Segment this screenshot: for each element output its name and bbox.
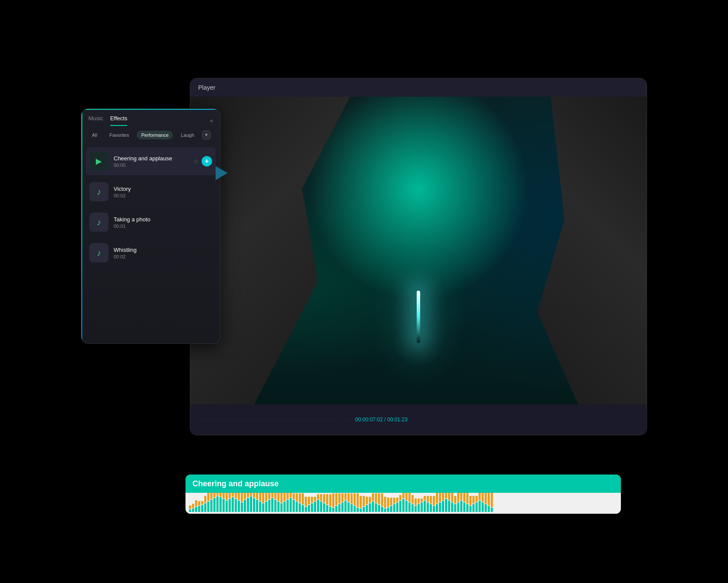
waveform-column (418, 495, 420, 512)
waveform-bar-teal (235, 499, 237, 512)
sound-item-cheering[interactable]: ▶ Cheering and applause 00:05 ☆ + (86, 147, 216, 175)
sound-item-photo[interactable]: ♪ Taking a photo 00:01 (86, 208, 216, 236)
waveform-bar-orange (372, 493, 374, 501)
waveform-column (360, 495, 362, 512)
waveform-bar-orange (232, 493, 234, 497)
waveform-bar-orange (250, 493, 252, 496)
waveform-bar-teal (445, 499, 447, 512)
waveform-bar-teal (198, 506, 200, 512)
waveform-bar-orange (430, 496, 432, 504)
waveform-bar-teal (460, 501, 462, 512)
waveform-column (311, 495, 313, 512)
waveform-column (314, 495, 316, 512)
waveform-bar-teal (421, 502, 423, 512)
waveform-bar-orange (421, 498, 423, 502)
waveform-column (290, 495, 292, 512)
waveform-bar-teal (347, 502, 350, 512)
waveform-bar-teal (335, 506, 337, 512)
panel-border-left (81, 109, 82, 343)
waveform-bar-orange (387, 498, 389, 507)
waveform-bar-orange (314, 497, 316, 501)
waveform-column (354, 495, 356, 512)
waveform-column (491, 495, 493, 512)
waveform-bar-orange (302, 493, 304, 505)
filter-laugh[interactable]: Laugh (176, 131, 199, 139)
waveform-column (488, 495, 490, 512)
waveform-bar-orange (283, 493, 286, 501)
waveform-bar-orange (326, 494, 328, 505)
waveform-bar-teal (341, 502, 344, 512)
waveform-column (351, 495, 353, 512)
waveform-bar-orange (271, 493, 273, 498)
filter-dropdown[interactable]: ▾ (202, 130, 211, 139)
waveform-column (460, 495, 462, 512)
waveform-bar-teal (442, 501, 444, 512)
waveform-bar-orange (274, 493, 276, 499)
waveform-bar-teal (232, 497, 234, 512)
waveform-bar-orange (207, 493, 209, 501)
waveform-bar-orange (341, 493, 344, 502)
waveform-bar-teal (390, 506, 392, 512)
waveform-bar-orange (192, 504, 194, 508)
waveform-bar-teal (241, 502, 243, 512)
filter-all[interactable]: All (88, 131, 101, 139)
waveform-bar-teal (396, 502, 398, 512)
tab-effects[interactable]: Effects (110, 115, 128, 126)
tab-music[interactable]: Music (88, 115, 103, 126)
waveform-bar-orange (238, 493, 240, 500)
waveform-bar-orange (262, 493, 264, 503)
waveform-bar-orange (375, 493, 377, 503)
waveform-column (241, 495, 243, 512)
sound-name-whistling: Whistling (114, 247, 212, 253)
waveform-bar-orange (439, 493, 441, 502)
waveform-bar-orange (384, 497, 386, 508)
waveform-bar-teal (357, 508, 359, 512)
star-button-cheering[interactable]: ☆ (193, 158, 199, 165)
waveform-bar-orange (280, 493, 283, 503)
waveform-column (286, 495, 289, 512)
waveform-bar-orange (463, 493, 465, 502)
waveform-bar-orange (213, 493, 216, 498)
waveform-bar-orange (415, 498, 417, 505)
waveform-column (277, 495, 280, 512)
player-titlebar: Player (190, 78, 647, 97)
waveform-column (201, 495, 203, 512)
waveform-bar-teal (314, 502, 316, 512)
waveform-bar-orange (189, 505, 191, 509)
waveform-bar-orange (369, 497, 371, 503)
filter-favorites[interactable]: Favorites (105, 131, 133, 139)
waveform-column (408, 495, 411, 512)
waveform-bar-teal (320, 502, 322, 512)
waveform-bar-orange (408, 493, 411, 502)
waveform-bar-teal (271, 498, 273, 512)
player-video (190, 97, 647, 404)
waveform-column (235, 495, 237, 512)
waveform-bar-teal (195, 507, 197, 512)
sound-name-photo: Taking a photo (114, 216, 212, 223)
waveform-column (238, 495, 240, 512)
waveform-bar-teal (299, 503, 301, 512)
collapse-button[interactable]: « (210, 118, 213, 124)
waveform-bar-orange (293, 493, 295, 499)
waveform-bar-teal (305, 507, 307, 512)
waveform-bar-orange (479, 493, 481, 500)
waveform-bar-orange (466, 493, 468, 504)
waveform-bar-teal (466, 504, 468, 512)
sound-item-victory[interactable]: ♪ Victory 00:02 (86, 178, 216, 206)
add-button-cheering[interactable]: + (202, 156, 212, 166)
waveform-column (457, 495, 459, 512)
waveform-bar-teal (268, 500, 270, 512)
waveform-bar-teal (424, 501, 426, 512)
waveform-bar-teal (366, 505, 368, 512)
sound-actions-cheering: ☆ + (193, 156, 212, 166)
waveform-column (253, 495, 255, 512)
waveform-bar-orange (488, 493, 490, 505)
waveform-column (226, 495, 228, 512)
waveform-bar-teal (433, 506, 435, 512)
filter-performance[interactable]: Performance (137, 131, 173, 139)
waveform-bar-teal (393, 504, 395, 512)
waveform-bar-orange (396, 498, 398, 502)
waveform-column (421, 495, 423, 512)
sound-item-whistling[interactable]: ♪ Whistling 00:02 (86, 239, 216, 267)
waveform-bar-teal (332, 508, 334, 512)
